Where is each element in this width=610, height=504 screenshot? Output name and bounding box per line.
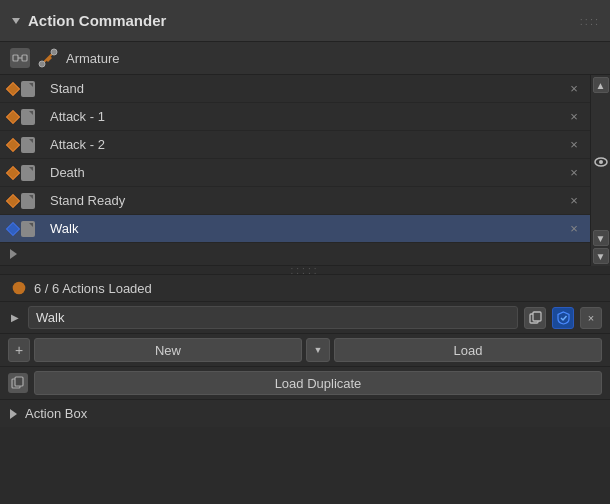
action-box-row[interactable]: Action Box: [0, 400, 610, 427]
remove-action-button[interactable]: ×: [566, 109, 582, 125]
page-icon: [21, 137, 35, 153]
panel-divider[interactable]: :::::: [0, 266, 610, 274]
diamond-icon: [6, 193, 20, 207]
diamond-icon: [6, 81, 20, 95]
armature-mesh-icon: [10, 48, 30, 68]
svg-point-9: [599, 160, 603, 164]
load-dropdown-button[interactable]: ▼: [306, 338, 330, 362]
scroll-bottom-button[interactable]: ▼: [593, 248, 609, 264]
action-list-item[interactable]: Death×: [0, 159, 590, 187]
svg-marker-0: [12, 18, 20, 24]
action-list-item[interactable]: Attack - 2×: [0, 131, 590, 159]
eye-icon[interactable]: [593, 154, 609, 170]
svg-rect-3: [22, 55, 27, 61]
chevron-down-icon[interactable]: [10, 15, 22, 27]
remove-action-button[interactable]: ×: [566, 137, 582, 153]
load-button[interactable]: Load: [334, 338, 602, 362]
action-name-label: Attack - 1: [50, 109, 560, 124]
scroll-down-button[interactable]: ▼: [593, 230, 609, 246]
header-left: Action Commander: [10, 12, 166, 29]
current-action-row: ▶ ×: [0, 302, 610, 334]
status-row: 6 / 6 Actions Loaded: [0, 274, 610, 302]
diamond-icon: [6, 221, 20, 235]
action-item-icons: [8, 137, 44, 153]
add-button[interactable]: +: [8, 338, 30, 362]
action-item-icons: [8, 193, 44, 209]
action-list-item[interactable]: Stand×: [0, 75, 590, 103]
remove-action-button[interactable]: ×: [566, 81, 582, 97]
svg-point-6: [51, 49, 57, 55]
action-item-icons: [8, 81, 44, 97]
action-item-icons: [8, 221, 44, 237]
remove-action-button[interactable]: ×: [566, 193, 582, 209]
page-icon: [21, 193, 35, 209]
status-diamond-icon: [10, 279, 28, 297]
page-icon: [21, 109, 35, 125]
shield-icon: [557, 311, 570, 325]
diamond-icon: [6, 109, 20, 123]
drag-handle[interactable]: ::::: [580, 15, 600, 27]
new-button[interactable]: New: [34, 338, 302, 362]
svg-rect-11: [533, 312, 541, 321]
action-list-item[interactable]: Stand Ready×: [0, 187, 590, 215]
list-play-row[interactable]: [0, 243, 590, 265]
diamond-icon: [6, 165, 20, 179]
action-name-label: Walk: [50, 221, 560, 236]
header: Action Commander ::::: [0, 0, 610, 42]
scrollbar-panel: ▲ ▼ ▼: [590, 75, 610, 266]
remove-action-button[interactable]: ×: [566, 165, 582, 181]
armature-label: Armature: [66, 51, 119, 66]
action-name-input[interactable]: [28, 306, 518, 329]
action-name-label: Stand: [50, 81, 560, 96]
copy-action-button[interactable]: [524, 307, 546, 329]
shield-button[interactable]: [552, 307, 574, 329]
app-title: Action Commander: [28, 12, 166, 29]
svg-point-5: [39, 61, 45, 67]
action-item-icons: [8, 165, 44, 181]
action-name-label: Death: [50, 165, 560, 180]
status-text: 6 / 6 Actions Loaded: [34, 281, 152, 296]
diamond-icon: [6, 137, 20, 151]
load-dup-icon: [8, 373, 28, 393]
page-icon: [21, 221, 35, 237]
armature-row: Armature: [0, 42, 610, 75]
expand-icon: [10, 409, 17, 419]
action-name-label: Stand Ready: [50, 193, 560, 208]
scroll-up-button[interactable]: ▲: [593, 77, 609, 93]
copy-icon: [529, 311, 542, 324]
action-item-icons: [8, 109, 44, 125]
page-icon: [21, 81, 35, 97]
action-name-label: Attack - 2: [50, 137, 560, 152]
action-list-item[interactable]: Attack - 1×: [0, 103, 590, 131]
list-expand-icon[interactable]: [10, 249, 17, 259]
close-action-button[interactable]: ×: [580, 307, 602, 329]
action-list-item[interactable]: Walk×: [0, 215, 590, 243]
new-load-row: + New ▼ Load: [0, 334, 610, 367]
action-list-container: Stand×Attack - 1×Attack - 2×Death×Stand …: [0, 75, 610, 266]
svg-rect-1: [13, 55, 18, 61]
play-button[interactable]: ▶: [8, 311, 22, 325]
svg-rect-13: [15, 377, 23, 386]
remove-action-button[interactable]: ×: [566, 221, 582, 237]
action-box-label: Action Box: [25, 406, 87, 421]
load-duplicate-row: Load Duplicate: [0, 367, 610, 400]
armature-bone-icon: [38, 48, 58, 68]
page-icon: [21, 165, 35, 181]
action-list: Stand×Attack - 1×Attack - 2×Death×Stand …: [0, 75, 590, 266]
load-duplicate-button[interactable]: Load Duplicate: [34, 371, 602, 395]
